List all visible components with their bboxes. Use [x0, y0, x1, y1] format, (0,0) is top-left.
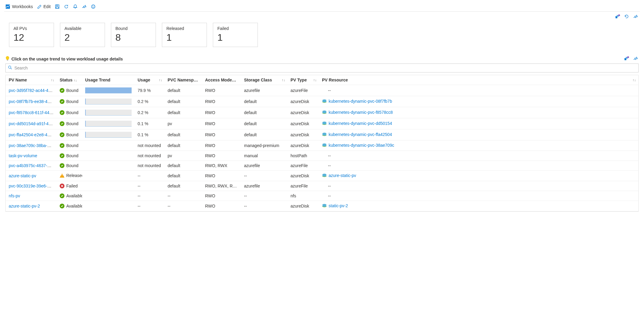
pv-resource-link[interactable]: kubernetes-dynamic-pvc-ffa42504 — [329, 132, 392, 137]
status-text: Bound — [66, 110, 78, 115]
col-res[interactable]: PV Resource↑↓ — [319, 75, 638, 85]
svg-point-24 — [322, 123, 326, 125]
status-text: Bound — [66, 143, 78, 148]
pv-name-link[interactable]: pvc-90c3319e-39e6-42d9 — [9, 184, 57, 188]
pv-resource-link[interactable]: kubernetes-dynamic-pvc-08f7fb7b — [329, 99, 392, 104]
access-modes-text: RWO — [202, 118, 241, 129]
table-row: azure-static-pv-2 Available -- -- RWO --… — [6, 201, 638, 211]
tile-value: 8 — [115, 32, 151, 43]
usage-trend-bar[interactable] — [85, 110, 132, 116]
table-row: pvc-08f7fb7b-ee38-42bb Bound 0.2 % defau… — [6, 96, 638, 107]
svg-point-21 — [322, 112, 326, 113]
pv-name-link[interactable]: azure-static-pv — [9, 173, 36, 178]
pv-name-link[interactable]: pvc-a4b3975c-4637-472f — [9, 163, 55, 168]
col-pvname[interactable]: PV Name↑↓ — [6, 75, 57, 85]
pv-type-text: azureDisk — [288, 118, 319, 129]
col-ns[interactable]: PVC Namespace↑↓ — [165, 75, 202, 85]
disk-icon — [322, 132, 327, 137]
svg-point-38 — [322, 205, 326, 207]
usage-text: -- — [135, 171, 165, 181]
svg-rect-3 — [56, 7, 58, 8]
pv-name-link[interactable]: pvc-38ae709c-38ba-44f5 — [9, 143, 55, 148]
pv-type-text: azureDisk — [288, 171, 319, 181]
pv-resource-link[interactable]: kubernetes-dynamic-pvc-38ae709c — [329, 143, 394, 148]
pv-name-link[interactable]: pvc-3d95f782-ac44-4f6c- — [9, 88, 55, 93]
notifications-button[interactable] — [73, 4, 78, 9]
pv-type-text: azureDisk — [288, 140, 319, 151]
disk-icon — [322, 204, 327, 208]
svg-point-6 — [94, 6, 94, 6]
col-usage[interactable]: Usage↑↓ — [135, 75, 165, 85]
tile-value: 2 — [64, 32, 100, 43]
status-ok-icon — [60, 121, 64, 126]
svg-point-4 — [91, 5, 95, 8]
table-row: task-pv-volume Bound not mounted pv RWO … — [6, 151, 638, 161]
pv-name-link[interactable]: azure-static-pv-2 — [9, 204, 40, 208]
pencil-icon — [37, 4, 42, 9]
usage-trend-bar[interactable] — [85, 87, 132, 93]
pv-name-link[interactable]: pvc-dd50154d-a91f-4b83 — [9, 121, 55, 126]
pv-type-text: azureDisk — [288, 96, 319, 107]
status-text: Bound — [66, 88, 78, 93]
col-trend[interactable]: Usage Trend — [82, 75, 135, 85]
search-box[interactable] — [5, 63, 639, 72]
status-ok-icon — [60, 110, 64, 115]
table-row: pvc-a4b3975c-4637-472f Bound not mounted… — [6, 161, 638, 171]
status-text: Bound — [66, 132, 78, 137]
pv-name-link[interactable]: task-pv-volume — [9, 153, 37, 158]
pv-resource-link[interactable]: kubernetes-dynamic-pvc-dd50154 — [329, 121, 392, 126]
comment-icon-2[interactable] — [624, 56, 629, 62]
table-row: pvc-dd50154d-a91f-4b83 Bound 0.1 % pv RW… — [6, 118, 638, 129]
sort-icon: ↑↓ — [313, 78, 317, 82]
workbooks-button[interactable]: Workbooks — [5, 4, 33, 9]
tile-label: Bound — [115, 26, 151, 31]
col-sc[interactable]: Storage Class↑↓ — [241, 75, 288, 85]
edit-button[interactable]: Edit — [37, 4, 51, 9]
tile-available[interactable]: Available 2 — [60, 23, 105, 47]
pv-resource-link[interactable]: azure-static-pv — [329, 173, 356, 178]
usage-trend-bar[interactable] — [85, 121, 132, 127]
undo-icon[interactable] — [624, 14, 629, 20]
pv-resource-link[interactable]: kubernetes-dynamic-pvc-f8578cc8 — [329, 110, 393, 115]
access-modes-text: RWO — [202, 129, 241, 140]
pv-resource-link[interactable]: static-pv-2 — [329, 203, 348, 208]
tile-released[interactable]: Released 1 — [162, 23, 207, 47]
tile-all-pvs[interactable]: All PVs 12 — [9, 23, 54, 47]
pv-type-text: nfs — [288, 191, 319, 201]
status-text: Available — [66, 204, 82, 208]
pv-name-link[interactable]: nfs-pv — [9, 193, 20, 198]
svg-line-15 — [11, 68, 12, 69]
col-am[interactable]: Access Modes↑↓ — [202, 75, 241, 85]
pv-name-link[interactable]: pvc-08f7fb7b-ee38-42bb — [9, 99, 55, 104]
save-button[interactable] — [55, 4, 60, 9]
namespace-text: -- — [165, 191, 202, 201]
tile-value: 1 — [217, 32, 253, 43]
sort-icon: ↑↓ — [74, 78, 77, 82]
svg-point-9 — [618, 14, 620, 16]
pin-icon-2[interactable] — [633, 56, 638, 62]
refresh-button[interactable] — [64, 4, 69, 9]
tile-bound[interactable]: Bound 8 — [111, 23, 156, 47]
search-input[interactable] — [14, 65, 636, 71]
comment-icon[interactable] — [615, 14, 620, 20]
status-ok-icon — [60, 153, 64, 158]
tile-value: 12 — [13, 32, 49, 43]
usage-trend-bar[interactable] — [85, 132, 132, 138]
status-text: Bound — [66, 99, 78, 104]
tile-failed[interactable]: Failed 1 — [213, 23, 258, 47]
feedback-button[interactable] — [91, 4, 96, 9]
svg-point-33 — [322, 175, 326, 177]
namespace-text: -- — [165, 201, 202, 211]
pin-top-icon[interactable] — [633, 14, 638, 20]
pv-resource-text: -- — [322, 163, 331, 168]
usage-trend-bar[interactable] — [85, 99, 132, 105]
tile-label: Available — [64, 26, 100, 31]
col-status[interactable]: Status↑↓ — [57, 75, 82, 85]
pv-name-link[interactable]: pvc-ffa42504-e2e8-4460- — [9, 132, 56, 137]
pin-button[interactable] — [82, 4, 87, 9]
namespace-text: pv — [165, 151, 202, 161]
pv-type-text: azureDisk — [288, 107, 319, 118]
pv-name-link[interactable]: pvc-f8578cc8-611f-4415- — [9, 110, 55, 115]
col-type[interactable]: PV Type↑↓ — [288, 75, 319, 85]
namespace-text: default — [165, 85, 202, 96]
